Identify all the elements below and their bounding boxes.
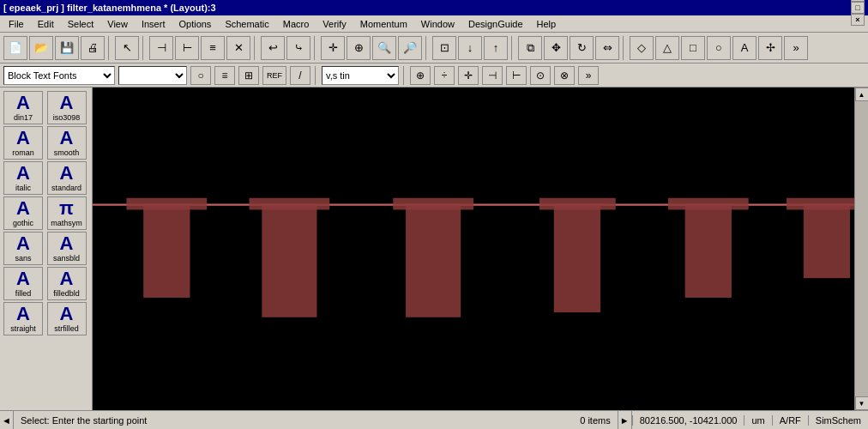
canvas-area[interactable] [93, 88, 854, 410]
scroll-left-button[interactable]: ◄ [0, 411, 14, 430]
font-icon-iso3098: A [60, 94, 74, 112]
more-btn[interactable]: » [784, 36, 808, 60]
bus-btn[interactable]: ⊢ [175, 36, 199, 60]
layer-select[interactable]: v,s tin [322, 66, 399, 85]
undo-btn[interactable]: ↩ [261, 36, 285, 60]
snap1-icon-btn[interactable]: ⊕ [410, 66, 431, 85]
sep7 [623, 36, 626, 60]
status-bar: ◄ Select: Enter the starting point 0 ite… [0, 410, 868, 429]
font-item-mathsym[interactable]: πmathsym [47, 196, 87, 230]
font-item-filledbld[interactable]: Afilledbld [47, 267, 87, 300]
delete-btn[interactable]: ✕ [226, 36, 250, 60]
wire-btn[interactable]: ⊣ [149, 36, 173, 60]
mirror-btn[interactable]: ⇔ [595, 36, 619, 60]
menu-item-macro[interactable]: Macro [276, 17, 316, 31]
menu-item-view[interactable]: View [100, 17, 135, 31]
snap5-icon-btn[interactable]: ⊢ [506, 66, 527, 85]
align-icon-btn[interactable]: ≡ [214, 66, 235, 85]
font-item-din17[interactable]: Adin17 [3, 91, 43, 124]
menu-item-select[interactable]: Select [61, 17, 101, 31]
netname-btn[interactable]: ≡ [201, 36, 225, 60]
font-item-italic[interactable]: Aitalic [3, 161, 43, 195]
snap-btn[interactable]: ⊕ [347, 36, 371, 60]
close-button[interactable]: × [851, 14, 865, 26]
move-btn[interactable]: ✥ [544, 36, 568, 60]
snap6-icon-btn[interactable]: ⊙ [530, 66, 551, 85]
open-btn[interactable]: 📂 [29, 36, 53, 60]
sep5 [425, 36, 429, 60]
menu-item-insert[interactable]: Insert [135, 17, 172, 31]
polygon-btn[interactable]: ◇ [630, 36, 654, 60]
ref-icon-btn[interactable]: REF [262, 66, 286, 85]
font-select[interactable]: Block Text Fonts [3, 66, 115, 85]
new-btn[interactable]: 📄 [3, 36, 27, 60]
font-item-standard[interactable]: Astandard [47, 161, 87, 195]
svg-rect-11 [668, 198, 749, 210]
unit: um [744, 415, 771, 426]
copy-btn[interactable]: ⧉ [518, 36, 542, 60]
style-select[interactable] [118, 66, 187, 85]
svg-rect-8 [250, 198, 330, 210]
scroll-right-button[interactable]: ► [618, 411, 632, 430]
pop-btn[interactable]: ↑ [484, 36, 508, 60]
zoomout-btn[interactable]: 🔎 [398, 36, 422, 60]
menu-item-verify[interactable]: Verify [316, 17, 353, 31]
cross-btn[interactable]: ✢ [758, 36, 782, 60]
font-icon-gothic: A [16, 199, 30, 218]
snap2-icon-btn[interactable]: ÷ [434, 66, 455, 85]
grid-icon-btn[interactable]: ⊞ [238, 66, 259, 85]
menu-item-options[interactable]: Options [172, 17, 218, 31]
font-item-gothic[interactable]: Agothic [3, 196, 43, 230]
snap3-icon-btn[interactable]: ✛ [458, 66, 479, 85]
print-btn[interactable]: 🖨 [81, 36, 105, 60]
menu-item-help[interactable]: Help [530, 17, 564, 31]
scroll-track[interactable] [855, 101, 869, 396]
menu-bar: FileEditSelectViewInsertOptionsSchematic… [0, 15, 868, 33]
menu-item-window[interactable]: Window [414, 17, 461, 31]
font-item-iso3098[interactable]: Aiso3098 [47, 91, 87, 124]
triangle-btn[interactable]: △ [655, 36, 679, 60]
font-item-filled[interactable]: Afilled [3, 267, 43, 300]
snap7-icon-btn[interactable]: ⊗ [554, 66, 575, 85]
origin-btn[interactable]: ✛ [321, 36, 345, 60]
scroll-up-button[interactable]: ▲ [855, 88, 869, 101]
push-btn[interactable]: ↓ [458, 36, 482, 60]
menu-item-file[interactable]: File [2, 17, 31, 31]
snap4-icon-btn[interactable]: ⊣ [482, 66, 503, 85]
font-item-sans[interactable]: Asans [3, 232, 43, 265]
menu-item-schematic[interactable]: Schematic [218, 17, 275, 31]
maximize-button[interactable]: □ [851, 2, 865, 14]
svg-rect-2 [262, 205, 316, 317]
font-item-strfilled[interactable]: Astrfilled [47, 302, 87, 335]
fitall-btn[interactable]: ⊡ [432, 36, 456, 60]
rotate-btn[interactable]: ↻ [570, 36, 594, 60]
text-btn[interactable]: A [732, 36, 756, 60]
scroll-down-button[interactable]: ▼ [855, 396, 869, 410]
snap8-icon-btn[interactable]: » [578, 66, 599, 85]
menu-item-momentum[interactable]: Momentum [353, 17, 414, 31]
font-icon-strfilled: A [60, 305, 74, 323]
save-btn[interactable]: 💾 [55, 36, 79, 60]
right-scrollbar[interactable]: ▲ ▼ [854, 88, 868, 410]
sep2 [142, 36, 146, 60]
zoomin-btn[interactable]: 🔍 [372, 36, 396, 60]
sep6 [511, 36, 515, 60]
font-item-straight[interactable]: Astraight [3, 302, 43, 335]
select-btn[interactable]: ↖ [115, 36, 139, 60]
svg-rect-6 [804, 205, 850, 278]
menu-item-designguide[interactable]: DesignGuide [461, 17, 530, 31]
svg-rect-5 [685, 205, 732, 298]
circle-btn[interactable]: ○ [707, 36, 731, 60]
font-item-sansbld[interactable]: Asansbld [47, 232, 87, 265]
sep1 [108, 36, 112, 60]
menu-item-edit[interactable]: Edit [31, 17, 61, 31]
font-item-smooth[interactable]: Asmooth [47, 126, 87, 160]
font-label-filled: filled [15, 289, 32, 298]
rect-btn[interactable]: □ [681, 36, 705, 60]
slash-icon-btn[interactable]: / [290, 66, 310, 85]
font-icon-standard: A [60, 164, 74, 183]
redo-btn[interactable]: ⤷ [286, 36, 310, 60]
circle-icon-btn[interactable]: ○ [190, 66, 211, 85]
font-label-sansbld: sansbld [53, 254, 80, 263]
font-item-roman[interactable]: Aroman [3, 126, 43, 160]
